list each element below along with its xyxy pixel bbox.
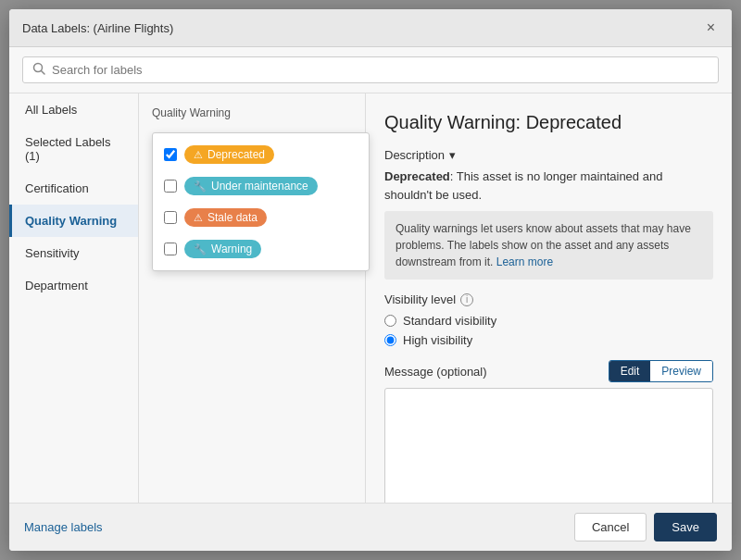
save-button[interactable]: Save — [654, 513, 717, 541]
dropdown-item-deprecated[interactable]: ⚠ Deprecated — [153, 139, 369, 170]
description-text: Deprecated: This asset is no longer main… — [384, 168, 713, 204]
modal-footer: Manage labels Cancel Save — [9, 503, 732, 551]
preview-tab-button[interactable]: Preview — [650, 361, 712, 381]
message-label-row: Message (optional) Edit Preview — [384, 360, 713, 382]
sidebar-item-department[interactable]: Department — [9, 269, 138, 302]
visibility-radio-group: Standard visibility High visibility — [384, 314, 713, 347]
radio-standard-visibility[interactable]: Standard visibility — [384, 314, 713, 328]
visibility-section: Visibility level i Standard visibility H… — [384, 292, 713, 347]
radio-standard-input[interactable] — [384, 315, 396, 327]
description-section: Description ▾ Deprecated: This asset is … — [384, 148, 713, 280]
message-tab-buttons: Edit Preview — [609, 360, 713, 382]
modal-header: Data Labels: (Airline Flights) × — [9, 9, 732, 47]
sidebar-item-sensitivity[interactable]: Sensitivity — [9, 237, 138, 269]
labels-panel-title: Quality Warning — [152, 106, 352, 119]
manage-labels-link[interactable]: Manage labels — [24, 520, 103, 534]
cancel-button[interactable]: Cancel — [574, 513, 647, 541]
search-input-wrap — [22, 56, 719, 83]
search-bar — [9, 47, 732, 93]
content-area: Quality Warning ⚠ Deprecated — [139, 93, 732, 503]
badge-under-maintenance[interactable]: 🔧 Under maintenance — [184, 177, 318, 195]
description-note: Quality warnings let users know about as… — [384, 211, 713, 280]
sidebar: All Labels Selected Labels (1) Certifica… — [9, 93, 139, 503]
sidebar-item-selected-labels[interactable]: Selected Labels (1) — [9, 126, 138, 172]
dropdown-item-warning[interactable]: 🔧 Warning — [153, 233, 369, 265]
stale-icon: ⚠ — [194, 212, 203, 224]
deprecated-icon: ⚠ — [194, 149, 203, 161]
labels-panel: Quality Warning ⚠ Deprecated — [139, 93, 366, 503]
modal: Data Labels: (Airline Flights) × All Lab… — [9, 9, 732, 551]
badge-deprecated[interactable]: ⚠ Deprecated — [184, 145, 274, 164]
close-button[interactable]: × — [703, 19, 719, 37]
checkbox-warning[interactable] — [164, 243, 177, 255]
message-label: Message (optional) — [384, 365, 487, 379]
detail-title: Quality Warning: Deprecated — [384, 112, 713, 133]
description-toggle[interactable]: Description ▾ — [384, 148, 713, 162]
warning-icon: 🔧 — [194, 243, 207, 255]
learn-more-link[interactable]: Learn more — [496, 255, 553, 268]
dropdown-item-under-maintenance[interactable]: 🔧 Under maintenance — [153, 170, 369, 202]
checkbox-under-maintenance[interactable] — [164, 180, 177, 193]
labels-dropdown: ⚠ Deprecated 🔧 Under maintenance — [152, 132, 370, 271]
svg-line-1 — [42, 71, 45, 75]
message-textarea[interactable] — [384, 388, 713, 503]
modal-body: All Labels Selected Labels (1) Certifica… — [9, 93, 732, 503]
chevron-down-icon: ▾ — [449, 148, 456, 162]
detail-panel: Quality Warning: Deprecated Description … — [366, 93, 732, 503]
message-section: Message (optional) Edit Preview — [384, 360, 713, 503]
sidebar-item-all-labels[interactable]: All Labels — [9, 93, 138, 126]
visibility-label: Visibility level i — [384, 292, 713, 306]
checkbox-deprecated[interactable] — [164, 148, 177, 161]
badge-warning[interactable]: 🔧 Warning — [184, 240, 261, 258]
search-input[interactable] — [52, 63, 709, 77]
dropdown-item-stale-data[interactable]: ⚠ Stale data — [153, 202, 369, 233]
edit-tab-button[interactable]: Edit — [609, 361, 651, 381]
sidebar-item-certification[interactable]: Certification — [9, 172, 138, 205]
checkbox-stale-data[interactable] — [164, 211, 177, 224]
sidebar-item-quality-warning[interactable]: Quality Warning — [9, 205, 138, 237]
badge-stale-data[interactable]: ⚠ Stale data — [184, 208, 267, 227]
info-icon: i — [460, 293, 473, 306]
maintenance-icon: 🔧 — [194, 180, 207, 193]
radio-high-input[interactable] — [384, 334, 396, 346]
modal-title: Data Labels: (Airline Flights) — [22, 21, 173, 35]
footer-buttons: Cancel Save — [574, 513, 717, 541]
radio-high-visibility[interactable]: High visibility — [384, 333, 713, 347]
search-icon — [32, 62, 45, 78]
